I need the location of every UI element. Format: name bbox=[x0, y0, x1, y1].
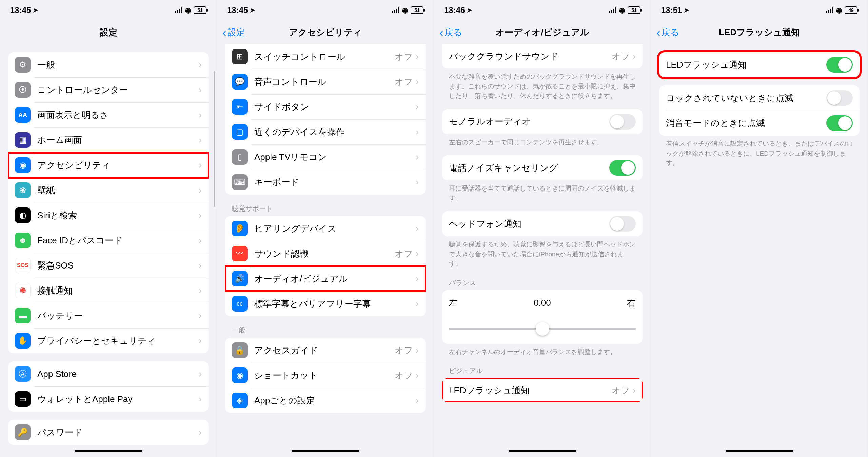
row-flash-unlocked[interactable]: ロックされていないときに点滅 bbox=[659, 85, 860, 111]
keyboard-icon: ⌨ bbox=[232, 174, 248, 190]
toggle-flash-silent[interactable] bbox=[826, 115, 853, 131]
row-side-button[interactable]: ⇤ サイドボタン › bbox=[225, 94, 426, 119]
battery-row-icon: ▬ bbox=[15, 308, 31, 323]
chevron-right-icon: › bbox=[199, 185, 202, 196]
nav-title: 設定 bbox=[100, 26, 117, 38]
location-icon: ➤ bbox=[467, 6, 472, 14]
status-bar: 13:46 ➤ ◉ 51 bbox=[434, 0, 651, 20]
row-accessibility[interactable]: ◉ アクセシビリティ › bbox=[8, 153, 209, 178]
row-mono-audio[interactable]: モノラルオーディオ bbox=[442, 109, 643, 134]
side-button-icon: ⇤ bbox=[232, 99, 248, 115]
chevron-right-icon: › bbox=[199, 135, 202, 145]
toggle-mono[interactable] bbox=[609, 114, 636, 130]
row-switch-control[interactable]: ⊞ スイッチコントロール オフ › bbox=[225, 44, 426, 69]
chevron-right-icon: › bbox=[199, 310, 202, 321]
row-passwords[interactable]: 🔑 パスワード › bbox=[8, 420, 209, 445]
slider-thumb[interactable] bbox=[536, 322, 549, 336]
scrollbar[interactable] bbox=[214, 71, 215, 207]
wave-icon: 〰 bbox=[232, 246, 248, 261]
status-time: 13:51 bbox=[661, 5, 682, 15]
row-appstore[interactable]: Ⓐ App Store › bbox=[8, 361, 209, 386]
signal-icon bbox=[826, 7, 833, 13]
row-per-app[interactable]: ◈ Appごとの設定 › bbox=[225, 388, 426, 413]
row-noise-cancel[interactable]: 電話ノイズキャンセリング bbox=[442, 155, 643, 180]
toggle-noise-cancel[interactable] bbox=[609, 160, 636, 176]
flower-icon: ❀ bbox=[15, 182, 31, 198]
sos-icon: SOS bbox=[15, 258, 31, 273]
row-audio-visual[interactable]: 🔊 オーディオ/ビジュアル › bbox=[225, 266, 426, 291]
status-time: 13:45 bbox=[10, 5, 31, 15]
chevron-right-icon: › bbox=[416, 126, 419, 137]
row-flash-silent[interactable]: 消音モードのときに点滅 bbox=[659, 111, 860, 136]
row-home-screen[interactable]: ▦ ホーム画面 › bbox=[8, 127, 209, 153]
group-bg-sounds: バックグラウンドサウンド オフ › bbox=[442, 44, 643, 68]
battery-icon: 49 bbox=[845, 6, 857, 14]
row-siri[interactable]: ◐ Siriと検索 › bbox=[8, 203, 209, 228]
row-bg-sounds[interactable]: バックグラウンドサウンド オフ › bbox=[442, 44, 643, 68]
back-button[interactable]: ‹ 戻る bbox=[656, 26, 679, 38]
row-guided-access[interactable]: 🔒 アクセスガイド オフ › bbox=[225, 338, 426, 363]
footer-bg-sounds: 不要な雑音を覆い隠すためのバックグラウンドサウンドを再生します。これらのサウンド… bbox=[442, 68, 643, 101]
chevron-right-icon: › bbox=[199, 210, 202, 221]
row-display[interactable]: AA 画面表示と明るさ › bbox=[8, 102, 209, 127]
toggle-flash-unlocked[interactable] bbox=[826, 90, 853, 106]
balance-slider[interactable] bbox=[449, 328, 636, 330]
remote-icon: ▯ bbox=[232, 149, 248, 165]
chevron-left-icon: ‹ bbox=[656, 26, 660, 38]
row-led-flash[interactable]: LEDフラッシュ通知 オフ › bbox=[442, 378, 643, 402]
section-header-general: 一般 bbox=[225, 316, 426, 338]
row-faceid[interactable]: ☻ Face IDとパスコード › bbox=[8, 228, 209, 253]
row-battery[interactable]: ▬ バッテリー › bbox=[8, 303, 209, 328]
row-wallpaper[interactable]: ❀ 壁紙 › bbox=[8, 178, 209, 203]
group-balance: 左 0.00 右 bbox=[442, 290, 643, 344]
faceid-icon: ☻ bbox=[15, 233, 31, 248]
group-motor: ⊞ スイッチコントロール オフ › 💬 音声コントロール オフ › ⇤ サイドボ… bbox=[225, 44, 426, 195]
row-keyboard[interactable]: ⌨ キーボード › bbox=[225, 170, 426, 195]
hand-icon: ✋ bbox=[15, 333, 31, 349]
status-bar: 13:45 ➤ ◉ 51 bbox=[0, 0, 217, 20]
toggle-headphone[interactable] bbox=[609, 216, 636, 232]
screen-accessibility: 13:45 ➤ ◉ 51 ‹ 設定 アクセシビリティ ⊞ スイッチコントロール … bbox=[217, 0, 434, 457]
chevron-right-icon: › bbox=[199, 427, 202, 438]
row-general[interactable]: ⚙ 一般 › bbox=[8, 52, 209, 77]
row-sos[interactable]: SOS 緊急SOS › bbox=[8, 253, 209, 278]
row-hearing-devices[interactable]: 👂 ヒアリングデバイス › bbox=[225, 216, 426, 241]
home-indicator[interactable] bbox=[292, 450, 359, 452]
group-mono: モノラルオーディオ bbox=[442, 109, 643, 134]
settings-group-pw: 🔑 パスワード › bbox=[8, 420, 209, 445]
row-wallet[interactable]: ▭ ウォレットとApple Pay › bbox=[8, 386, 209, 412]
home-indicator[interactable] bbox=[75, 450, 142, 452]
group-visual: LEDフラッシュ通知 オフ › bbox=[442, 378, 643, 402]
toggle-led-flash[interactable] bbox=[826, 57, 853, 73]
chevron-right-icon: › bbox=[416, 395, 419, 406]
grid-icon: ▦ bbox=[15, 132, 31, 148]
row-voice-control[interactable]: 💬 音声コントロール オフ › bbox=[225, 69, 426, 94]
row-shortcut[interactable]: ◉ ショートカット オフ › bbox=[225, 363, 426, 388]
footer-mono: 左右のスピーカーで同じコンテンツを再生させます。 bbox=[442, 134, 643, 147]
row-privacy[interactable]: ✋ プライバシーとセキュリティ › bbox=[8, 328, 209, 353]
location-icon: ➤ bbox=[250, 6, 255, 14]
row-subtitles[interactable]: cc 標準字幕とバリアフリー字幕 › bbox=[225, 291, 426, 316]
back-button[interactable]: ‹ 設定 bbox=[222, 26, 245, 38]
chevron-right-icon: › bbox=[416, 76, 419, 87]
lock-icon: 🔒 bbox=[232, 342, 248, 358]
row-exposure[interactable]: ✺ 接触通知 › bbox=[8, 278, 209, 303]
row-appletv-remote[interactable]: ▯ Apple TVリモコン › bbox=[225, 144, 426, 170]
balance-right-label: 右 bbox=[627, 297, 636, 309]
settings-group-main: ⚙ 一般 › ⦿ コントロールセンター › AA 画面表示と明るさ › ▦ ホー… bbox=[8, 52, 209, 353]
back-button[interactable]: ‹ 戻る bbox=[439, 26, 462, 38]
group-general: 🔒 アクセスガイド オフ › ◉ ショートカット オフ › ◈ Appごとの設定… bbox=[225, 338, 426, 413]
section-header-hearing: 聴覚サポート bbox=[225, 195, 426, 216]
home-indicator[interactable] bbox=[509, 450, 576, 452]
row-nearby-devices[interactable]: ▢ 近くのデバイスを操作 › bbox=[225, 119, 426, 144]
row-led-flash-toggle[interactable]: LEDフラッシュ通知 bbox=[659, 52, 860, 77]
audio-visual-content: バックグラウンドサウンド オフ › 不要な雑音を覆い隠すためのバックグラウンドサ… bbox=[434, 44, 651, 457]
home-indicator[interactable] bbox=[726, 450, 793, 452]
chevron-right-icon: › bbox=[199, 59, 202, 70]
cc-icon: cc bbox=[232, 296, 248, 312]
wifi-icon: ◉ bbox=[185, 6, 191, 14]
chevron-right-icon: › bbox=[199, 394, 202, 404]
row-sound-recognition[interactable]: 〰 サウンド認識 オフ › bbox=[225, 241, 426, 266]
row-headphone-notif[interactable]: ヘッドフォン通知 bbox=[442, 211, 643, 236]
row-control-center[interactable]: ⦿ コントロールセンター › bbox=[8, 77, 209, 102]
